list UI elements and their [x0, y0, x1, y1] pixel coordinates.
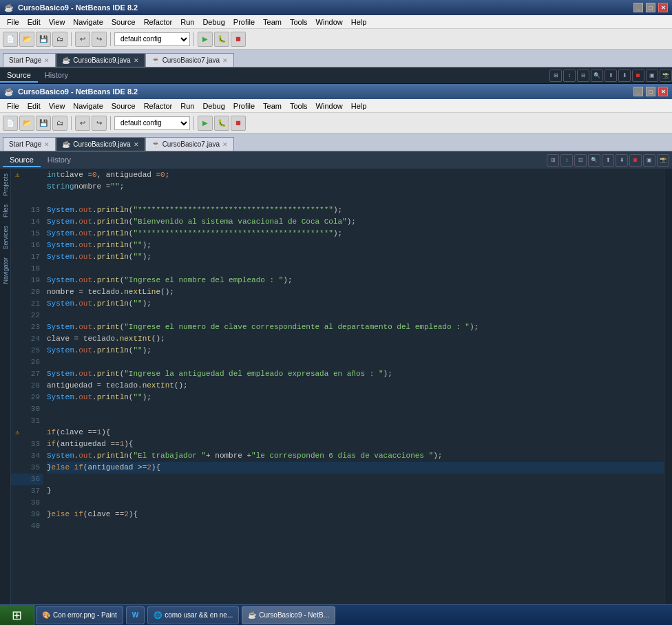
menu-help[interactable]: Help: [347, 17, 371, 27]
toolbar-btn-4[interactable]: 🔍: [591, 70, 603, 82]
sep2: [110, 32, 111, 46]
debug-btn-2[interactable]: 🐛: [214, 116, 229, 131]
save-all-btn-2[interactable]: 🗂: [52, 116, 67, 131]
toolbar-main-btn4[interactable]: 🔍: [588, 154, 600, 167]
menu2-run[interactable]: Run: [176, 101, 198, 111]
toolbar-main-btn3[interactable]: ⊟: [574, 154, 587, 167]
source-tab[interactable]: Source: [3, 153, 41, 167]
menu2-navigate[interactable]: Navigate: [69, 101, 107, 111]
toolbar-main-btn5[interactable]: ⬆: [602, 154, 614, 167]
undo-btn[interactable]: ↩: [75, 32, 90, 47]
toolbar-btn-3[interactable]: ⊟: [577, 70, 589, 82]
tab2-cursobasico9[interactable]: ☕ CursoBasico9.java ✕: [56, 137, 145, 151]
maximize-btn-2[interactable]: □: [646, 87, 655, 96]
toolbar-btn-2[interactable]: ↕: [563, 70, 576, 82]
tab2-start-page[interactable]: Start Page ✕: [3, 137, 56, 151]
menu-refactor[interactable]: Refactor: [140, 17, 177, 27]
files-tab[interactable]: Files: [1, 200, 10, 222]
start-button[interactable]: ⊞: [0, 605, 34, 626]
menu-debug[interactable]: Debug: [198, 17, 229, 27]
new-btn[interactable]: 📄: [3, 32, 18, 47]
menu2-help[interactable]: Help: [347, 101, 371, 111]
toolbar-main-btn1[interactable]: ⊞: [547, 154, 559, 167]
menu-tools[interactable]: Tools: [286, 17, 312, 27]
tab2-start-close[interactable]: ✕: [44, 141, 50, 148]
new-btn-2[interactable]: 📄: [3, 116, 18, 131]
toolbar-main-stop[interactable]: ⏹: [629, 154, 642, 167]
menu2-debug[interactable]: Debug: [198, 101, 229, 111]
taskbar-word[interactable]: W: [126, 606, 145, 624]
stop-btn[interactable]: ⏹: [231, 32, 246, 47]
stop-btn-2[interactable]: ⏹: [231, 116, 246, 131]
open-btn-2[interactable]: 📂: [19, 116, 34, 131]
menu-run[interactable]: Run: [176, 17, 198, 27]
tab2-cursobasico9-close[interactable]: ✕: [134, 141, 139, 148]
redo-btn[interactable]: ↪: [92, 32, 107, 47]
menu2-team[interactable]: Team: [259, 101, 286, 111]
toolbar-btn-5[interactable]: ⬆: [605, 70, 617, 82]
tab2-cursobasico7-close[interactable]: ✕: [222, 141, 228, 148]
tab-start-close[interactable]: ✕: [44, 57, 50, 64]
run-btn[interactable]: ▶: [198, 32, 213, 47]
toolbar-btn-rec[interactable]: ▣: [646, 70, 658, 82]
scrollbar-right[interactable]: [664, 169, 672, 610]
toolbar-btn-6[interactable]: ⬇: [618, 70, 631, 82]
code-line-32: [47, 415, 664, 427]
menu2-tools[interactable]: Tools: [286, 101, 312, 111]
line-num-30: 30: [11, 403, 43, 415]
code-editor[interactable]: int clave = 0, antiguedad = 0; String no…: [43, 169, 664, 610]
menu2-file[interactable]: File: [3, 101, 23, 111]
menu2-refactor[interactable]: Refactor: [140, 101, 177, 111]
navigator-tab[interactable]: Navigator: [1, 253, 10, 288]
toolbar-btn-snap[interactable]: 📸: [660, 70, 672, 82]
save-btn[interactable]: 💾: [36, 32, 51, 47]
toolbar-btn-1[interactable]: ⊞: [549, 70, 562, 82]
history-tab[interactable]: History: [41, 153, 78, 167]
menu-view[interactable]: View: [45, 17, 70, 27]
config-dropdown[interactable]: default config: [114, 32, 190, 46]
menu-file[interactable]: File: [3, 17, 23, 27]
menu2-profile[interactable]: Profile: [229, 101, 259, 111]
menu-edit[interactable]: Edit: [23, 17, 45, 27]
menu2-window[interactable]: Window: [312, 101, 347, 111]
menu2-source[interactable]: Source: [107, 101, 140, 111]
close-btn[interactable]: ✕: [658, 3, 668, 12]
menu-team[interactable]: Team: [259, 17, 286, 27]
tab-cursobasico7[interactable]: ☕ CursoBasico7.java ✕: [145, 53, 234, 67]
save-all-btn[interactable]: 🗂: [52, 32, 67, 47]
run-btn-2[interactable]: ▶: [198, 116, 213, 131]
tab-cursobasico7-close[interactable]: ✕: [222, 57, 228, 64]
menu-navigate[interactable]: Navigate: [69, 17, 107, 27]
menu-source[interactable]: Source: [107, 17, 140, 27]
history-tab-bg[interactable]: History: [38, 69, 75, 83]
taskbar-chrome[interactable]: 🌐 como usar && en ne...: [147, 606, 239, 624]
tab-cursobasico9-close[interactable]: ✕: [134, 57, 139, 64]
toolbar-main-btn2[interactable]: ↕: [560, 154, 573, 167]
toolbar-btn-stop[interactable]: ⏹: [632, 70, 644, 82]
menu-profile[interactable]: Profile: [229, 17, 259, 27]
toolbar-main-btn6[interactable]: ⬇: [616, 154, 628, 167]
toolbar-main-rec[interactable]: ▣: [643, 154, 655, 167]
minimize-btn[interactable]: _: [633, 3, 643, 12]
tab2-cursobasico7[interactable]: ☕ CursoBasico7.java ✕: [145, 137, 234, 151]
config-dropdown-2[interactable]: default config: [114, 116, 190, 130]
open-btn[interactable]: 📂: [19, 32, 34, 47]
toolbar-main-snap[interactable]: 📸: [657, 154, 669, 167]
projects-tab[interactable]: Projects: [1, 169, 10, 200]
menu2-view[interactable]: View: [45, 101, 70, 111]
save-btn-2[interactable]: 💾: [36, 116, 51, 131]
source-tab-bg[interactable]: Source: [0, 69, 38, 83]
maximize-btn[interactable]: □: [646, 3, 655, 12]
menu2-edit[interactable]: Edit: [23, 101, 45, 111]
services-tab[interactable]: Services: [1, 222, 10, 254]
debug-btn[interactable]: 🐛: [214, 32, 229, 47]
tab-cursobasico9-bg[interactable]: ☕ CursoBasico9.java ✕: [56, 53, 145, 67]
taskbar-paint[interactable]: 🎨 Con error.png - Paint: [36, 606, 123, 624]
tab-start-page[interactable]: Start Page ✕: [3, 53, 56, 67]
undo-btn-2[interactable]: ↩: [75, 116, 90, 131]
minimize-btn-2[interactable]: _: [633, 87, 643, 96]
redo-btn-2[interactable]: ↪: [92, 116, 107, 131]
taskbar-netbeans[interactable]: ☕ CursoBasico9 - NetB...: [242, 606, 335, 624]
close-btn-2[interactable]: ✕: [658, 87, 668, 96]
menu-window[interactable]: Window: [312, 17, 347, 27]
